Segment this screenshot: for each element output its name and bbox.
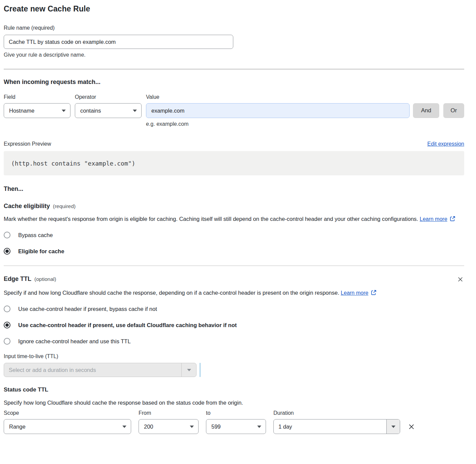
to-select-value: 599: [211, 424, 221, 430]
from-select[interactable]: 200: [139, 419, 199, 434]
radio-label: Use cache-control header if present, byp…: [18, 306, 157, 312]
match-controls-row: Hostname contains And Or: [4, 103, 464, 118]
cache-eligibility-learn-more-link[interactable]: Learn more: [420, 216, 447, 222]
from-label: From: [139, 410, 199, 416]
then-heading: Then...: [4, 185, 464, 193]
radio-button-icon: [4, 232, 10, 238]
match-heading: When incoming requests match...: [4, 79, 464, 86]
radio-label: Ignore cache-control header and use this…: [18, 338, 131, 345]
rule-name-label: Rule name (required): [4, 25, 464, 31]
chevron-down-icon: [62, 110, 66, 112]
scope-label: Scope: [4, 410, 131, 416]
chevron-down-icon: [181, 363, 196, 377]
radio-use-header-bypass[interactable]: Use cache-control header if present, byp…: [4, 306, 464, 312]
close-icon[interactable]: [456, 276, 464, 285]
radio-button-selected-icon: [4, 248, 10, 255]
create-cache-rule-form: Create new Cache Rule Rule name (require…: [4, 0, 464, 434]
radio-bypass-cache[interactable]: Bypass cache: [4, 232, 464, 238]
field-select[interactable]: Hostname: [4, 103, 70, 118]
status-code-ttl-description: Specify how long Cloudflare should cache…: [4, 398, 455, 407]
radio-use-header-default[interactable]: Use cache-control header if present, use…: [4, 322, 464, 328]
edge-ttl-description: Specify if and how long Cloudflare shoul…: [4, 288, 455, 298]
expression-preview-label: Expression Preview: [4, 141, 51, 147]
from-select-value: 200: [144, 424, 153, 430]
page-title: Create new Cache Rule: [4, 4, 464, 13]
chevron-down-icon: [190, 426, 194, 428]
chevron-down-icon: [122, 426, 126, 428]
cache-eligibility-description-text: Mark whether the request's response from…: [4, 216, 418, 222]
and-button[interactable]: And: [413, 103, 439, 118]
edge-ttl-learn-more-link[interactable]: Learn more: [341, 290, 368, 296]
section-divider: [4, 265, 464, 266]
field-select-value: Hostname: [9, 108, 34, 114]
cache-eligibility-description: Mark whether the request's response from…: [4, 214, 455, 224]
edge-ttl-heading: Edge TTL: [4, 276, 31, 283]
duration-label: Duration: [273, 410, 400, 416]
value-hint: e.g. example.com: [146, 121, 464, 127]
external-link-icon: [371, 289, 377, 298]
to-label: to: [206, 410, 266, 416]
radio-label: Use cache-control header if present, use…: [18, 322, 237, 328]
ttl-input-label: Input time-to-live (TTL): [4, 353, 464, 359]
radio-label: Bypass cache: [18, 232, 53, 238]
radio-button-icon: [4, 306, 10, 312]
rule-name-input[interactable]: [4, 35, 233, 49]
status-code-ttl-heading: Status code TTL: [4, 386, 464, 393]
match-column-labels: Field Operator Value: [4, 94, 464, 100]
edge-ttl-heading-row: Edge TTL (optional): [4, 276, 56, 283]
operator-label: Operator: [75, 94, 142, 100]
value-label: Value: [146, 94, 410, 100]
cache-eligibility-heading: Cache eligibility: [4, 203, 50, 210]
delete-row-icon[interactable]: [408, 423, 415, 430]
scope-select[interactable]: Range: [4, 419, 131, 434]
cache-eligibility-heading-row: Cache eligibility (required): [4, 203, 464, 210]
status-code-controls-row: Range 200 599 1 day: [4, 419, 464, 434]
radio-button-selected-icon: [4, 322, 10, 328]
external-link-icon: [450, 215, 455, 224]
cache-eligibility-options: Bypass cache Eligible for cache: [4, 232, 464, 255]
chevron-down-icon: [257, 426, 261, 428]
edit-expression-link[interactable]: Edit expression: [427, 141, 464, 147]
focus-indicator-bar: [200, 363, 201, 377]
duration-select-value: 1 day: [274, 419, 386, 434]
expression-header: Expression Preview Edit expression: [4, 141, 464, 147]
operator-select-value: contains: [80, 108, 101, 114]
edge-ttl-optional-badge: (optional): [34, 276, 56, 282]
chevron-down-icon: [133, 110, 137, 112]
operator-select[interactable]: contains: [75, 103, 142, 118]
radio-eligible-for-cache[interactable]: Eligible for cache: [4, 248, 464, 255]
radio-ignore-header[interactable]: Ignore cache-control header and use this…: [4, 338, 464, 345]
expression-code: (http.host contains "example.com"): [4, 151, 464, 175]
radio-button-icon: [4, 338, 10, 345]
ttl-duration-select[interactable]: Select or add a duration in seconds: [4, 363, 197, 377]
ttl-duration-placeholder: Select or add a duration in seconds: [4, 363, 181, 377]
value-input[interactable]: [146, 103, 410, 118]
edge-ttl-options: Use cache-control header if present, byp…: [4, 306, 464, 345]
to-select[interactable]: 599: [206, 419, 266, 434]
ttl-input-row: Select or add a duration in seconds: [4, 363, 464, 377]
status-code-column-labels: Scope From to Duration: [4, 410, 464, 416]
section-divider: [4, 69, 464, 69]
or-button[interactable]: Or: [443, 103, 464, 118]
scope-select-value: Range: [9, 424, 26, 430]
edge-ttl-header: Edge TTL (optional): [4, 276, 464, 285]
edge-ttl-description-text: Specify if and how long Cloudflare shoul…: [4, 290, 339, 296]
duration-select[interactable]: 1 day: [273, 419, 400, 434]
rule-name-help: Give your rule a descriptive name.: [4, 52, 464, 58]
radio-label: Eligible for cache: [18, 248, 64, 255]
field-label: Field: [4, 94, 70, 100]
chevron-down-icon: [386, 419, 400, 434]
cache-eligibility-required-badge: (required): [53, 203, 76, 209]
